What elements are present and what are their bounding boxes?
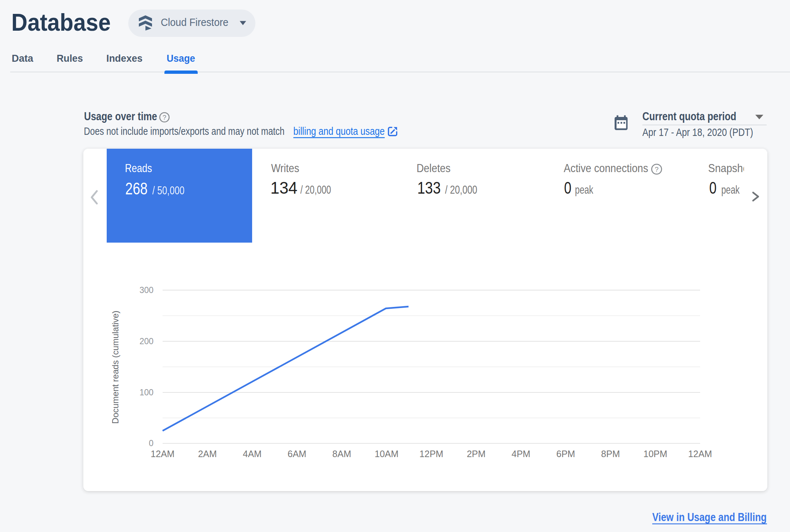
svg-text:2PM: 2PM [467,449,485,459]
svg-text:4AM: 4AM [243,449,261,459]
svg-text:?: ? [163,114,166,121]
svg-text:Rules: Rules [57,53,83,64]
svg-text:12AM: 12AM [151,449,174,459]
svg-text:0: 0 [564,178,571,197]
svg-text:134: 134 [270,178,297,197]
svg-text:Cloud Firestore: Cloud Firestore [161,16,228,28]
svg-text:Usage over time: Usage over time [84,110,157,123]
svg-text:10AM: 10AM [375,449,398,459]
svg-text:Apr 17 - Apr 18, 2020 (PDT): Apr 17 - Apr 18, 2020 (PDT) [642,126,753,138]
svg-text:2AM: 2AM [198,449,217,459]
svg-text:133: 133 [417,178,441,197]
svg-text:0: 0 [709,178,717,197]
svg-text:Does not include imports/expor: Does not include imports/exports and may… [84,125,285,137]
svg-text:Document reads (cumulative): Document reads (cumulative) [110,311,120,424]
svg-text:100: 100 [140,388,153,397]
svg-text:billing and quota usage: billing and quota usage [293,125,385,137]
svg-text:View in Usage and Billing: View in Usage and Billing [652,510,767,524]
svg-text:8AM: 8AM [333,449,351,459]
svg-text:peak: peak [575,183,594,196]
svg-text:6PM: 6PM [556,449,575,459]
svg-text:4PM: 4PM [512,449,530,459]
svg-text:8PM: 8PM [601,449,620,459]
svg-text:268: 268 [125,179,148,198]
svg-text:12PM: 12PM [419,449,443,459]
svg-text:10PM: 10PM [643,449,667,459]
svg-text:/ 20,000: / 20,000 [300,183,331,196]
svg-text:Current quota period: Current quota period [642,110,736,123]
svg-text:300: 300 [140,285,153,295]
svg-text:Data: Data [12,53,33,64]
svg-text:6AM: 6AM [288,449,306,459]
svg-text:Indexes: Indexes [106,53,143,64]
svg-text:0: 0 [149,438,153,448]
svg-text:Database: Database [11,9,111,36]
svg-text:/ 50,000: / 50,000 [152,184,185,197]
svg-text:Usage: Usage [167,53,195,64]
svg-text:Active connections: Active connections [564,162,648,175]
svg-text:/ 20,000: / 20,000 [445,183,477,196]
svg-text:Reads: Reads [125,162,152,175]
svg-text:peak: peak [721,183,740,196]
svg-text:12AM: 12AM [688,449,712,459]
svg-text:200: 200 [140,337,153,346]
svg-text:Writes: Writes [271,162,299,175]
svg-text:?: ? [655,166,659,173]
svg-text:Deletes: Deletes [417,162,451,175]
